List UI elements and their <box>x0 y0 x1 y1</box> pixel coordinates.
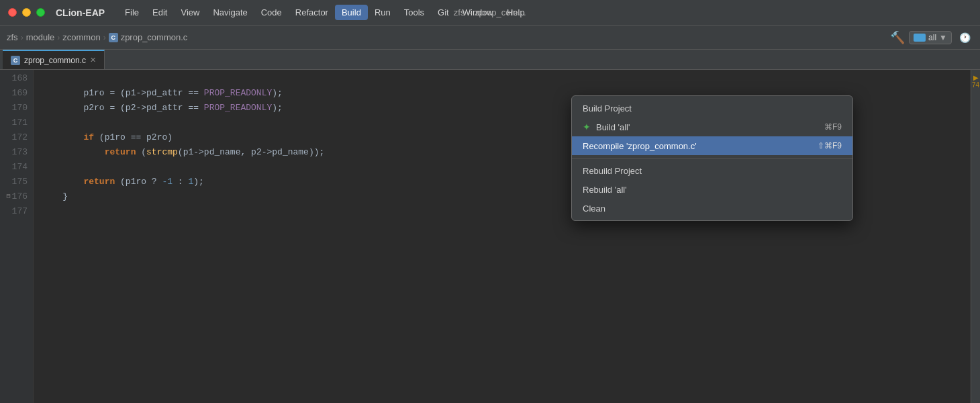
breadcrumb-filename: zprop_common.c <box>121 32 188 42</box>
recompile-shortcut: ⇧⌘F9 <box>818 141 842 150</box>
clean-item[interactable]: Clean <box>572 199 852 218</box>
build-project-item[interactable]: Build Project <box>572 99 852 118</box>
scroll-marker: ▶ 74 <box>971 74 980 89</box>
line-num-170: 170 <box>5 101 28 116</box>
tab-bar: C zprop_common.c ✕ <box>0 50 980 70</box>
clock-icon-button[interactable]: 🕐 <box>956 29 973 46</box>
menu-tools[interactable]: Tools <box>397 5 431 20</box>
code-line-168 <box>42 71 971 86</box>
breadcrumb-file[interactable]: C zprop_common.c <box>109 32 188 42</box>
menu-code[interactable]: Code <box>254 5 289 20</box>
line-num-174: 174 <box>5 160 28 175</box>
line-num-171: 171 <box>5 116 28 130</box>
breadcrumb-module[interactable]: module <box>26 32 55 42</box>
line-num-177: 177 <box>5 204 28 219</box>
toolbar: zfs › module › zcommon › C zprop_common.… <box>0 26 980 50</box>
breadcrumb-zfs[interactable]: zfs <box>7 32 18 42</box>
build-project-label: Build Project <box>583 103 632 114</box>
recompile-item[interactable]: Recompile 'zprop_common.c' ⇧⌘F9 <box>572 136 852 155</box>
menu-file[interactable]: File <box>118 5 146 20</box>
build-all-item[interactable]: ✦ Build 'all' ⌘F9 <box>572 118 852 136</box>
rebuild-project-label: Rebuild Project <box>583 166 642 176</box>
build-all-label: Build 'all' <box>596 122 630 132</box>
editor-area: 168 169 170 171 172 173 174 175 ⊟176 177… <box>0 70 980 403</box>
config-label: all <box>928 33 936 42</box>
menu-git[interactable]: Git <box>431 5 456 20</box>
recompile-label: Recompile 'zprop_common.c' <box>583 141 697 151</box>
breadcrumb-sep-2: › <box>57 33 60 42</box>
menu-view[interactable]: View <box>174 5 206 20</box>
config-dropdown-arrow: ▼ <box>939 33 947 42</box>
build-all-icon: ✦ <box>583 122 591 132</box>
rebuild-all-label: Rebuild 'all' <box>583 185 627 195</box>
breadcrumb: zfs › module › zcommon › C zprop_common.… <box>7 32 187 42</box>
right-icons: 🕐 <box>956 29 973 46</box>
config-selector[interactable]: all ▼ <box>909 31 952 44</box>
menu-refactor[interactable]: Refactor <box>289 5 335 20</box>
line-num-173: 173 <box>5 145 28 160</box>
traffic-lights <box>8 8 45 17</box>
close-button[interactable] <box>8 8 17 17</box>
clean-label: Clean <box>583 204 605 214</box>
tab-label: zprop_common.c <box>24 56 86 65</box>
menu-divider-1 <box>572 158 852 159</box>
c-file-icon: C <box>109 33 118 42</box>
tab-zprop-common[interactable]: C zprop_common.c ✕ <box>3 50 105 69</box>
scrollbar-area[interactable]: ▶ 74 <box>971 70 980 403</box>
line-num-169: 169 <box>5 86 28 101</box>
menu-run[interactable]: Run <box>368 5 397 20</box>
maximize-button[interactable] <box>36 8 45 17</box>
tab-file-icon: C <box>11 56 20 65</box>
config-icon <box>914 34 926 42</box>
line-numbers: 168 169 170 171 172 173 174 175 ⊟176 177 <box>0 70 34 403</box>
title-bar: CLion-EAP File Edit View Navigate Code R… <box>0 0 980 26</box>
line-num-168: 168 <box>5 71 28 86</box>
build-all-shortcut: ⌘F9 <box>824 122 842 132</box>
breadcrumb-sep-1: › <box>21 33 23 42</box>
rebuild-project-item[interactable]: Rebuild Project <box>572 161 852 180</box>
minimize-button[interactable] <box>22 8 31 17</box>
menu-edit[interactable]: Edit <box>146 5 174 20</box>
breadcrumb-zcommon[interactable]: zcommon <box>62 32 100 42</box>
line-num-175: 175 <box>5 175 28 189</box>
menu-build[interactable]: Build <box>335 5 368 20</box>
window-title: zfs – zprop_com… <box>454 7 526 17</box>
line-num-172: 172 <box>5 130 28 145</box>
hammer-icon: 🔨 <box>890 30 905 45</box>
breadcrumb-sep-3: › <box>103 33 106 42</box>
app-name: CLion-EAP <box>56 7 105 18</box>
build-dropdown-menu[interactable]: Build Project ✦ Build 'all' ⌘F9 Recompil… <box>571 95 853 221</box>
menu-navigate[interactable]: Navigate <box>206 5 254 20</box>
rebuild-all-item[interactable]: Rebuild 'all' <box>572 180 852 199</box>
menu-bar: File Edit View Navigate Code Refactor Bu… <box>118 5 972 20</box>
line-num-176: ⊟176 <box>5 189 28 204</box>
tab-close-button[interactable]: ✕ <box>90 56 96 64</box>
